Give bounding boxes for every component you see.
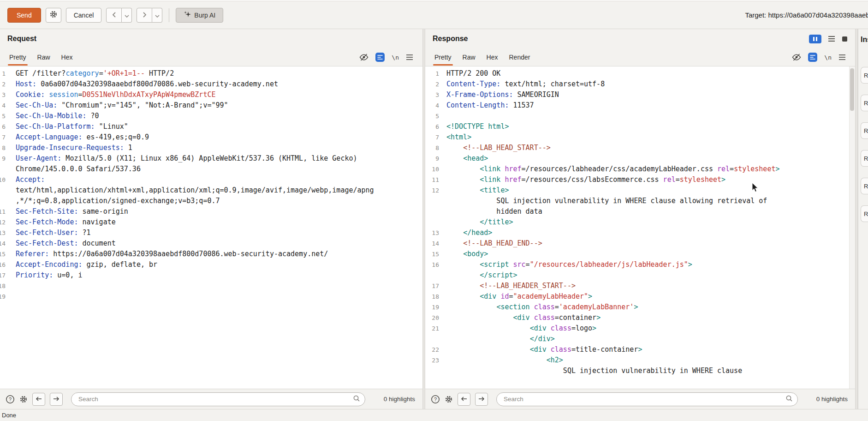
line-number: 1 <box>425 68 439 79</box>
response-tab-hex[interactable]: Hex <box>481 48 504 66</box>
send-button[interactable]: Send <box>7 8 41 23</box>
code-line <box>439 111 446 121</box>
editor-line: 1GET /filter?category='+OR+1=1-- HTTP/2 <box>0 68 422 79</box>
line-number: 20 <box>425 313 439 323</box>
inspector-section-request-attributes[interactable]: Request attributes <box>861 67 868 84</box>
burp-ai-button[interactable]: Burp AI <box>176 8 223 23</box>
next-match-button[interactable] <box>50 393 63 406</box>
code-line: <head> <box>439 153 488 164</box>
search-input[interactable] <box>504 396 785 403</box>
editor-line: hidden data <box>425 206 855 217</box>
line-number: 12 <box>0 217 6 228</box>
menu-icon[interactable] <box>838 54 846 60</box>
request-tab-hex[interactable]: Hex <box>56 48 78 66</box>
line-number: 12 <box>425 185 439 196</box>
inspector-section-request-query-parameters[interactable]: Request query parameters <box>861 95 868 111</box>
status-label: Done <box>2 412 16 419</box>
editor-line: 5Sec-Ch-Ua-Mobile: ?0 <box>0 111 422 121</box>
next-match-button[interactable] <box>475 393 488 406</box>
line-number: 2 <box>0 79 6 90</box>
layout-rows-icon[interactable] <box>828 36 835 42</box>
inspector-section-request-cookies[interactable]: Request cookies <box>861 150 868 167</box>
layout-single-icon[interactable] <box>842 36 848 42</box>
request-tab-pretty[interactable]: Pretty <box>4 48 32 66</box>
code-line <box>6 281 16 291</box>
help-icon[interactable]: ? <box>431 395 440 404</box>
code-line: Sec-Fetch-Site: same-origin <box>6 206 128 217</box>
back-history-dropdown[interactable] <box>122 8 132 23</box>
repeater-toolbar: Send Cancel Burp AI Target: htt <box>0 1 868 29</box>
inspector-section-request-headers[interactable]: Request headers <box>861 178 868 194</box>
response-view-controls <box>809 35 848 43</box>
request-editor[interactable]: 1GET /filter?category='+OR+1=1-- HTTP/22… <box>0 66 422 389</box>
editor-line: text/html,application/xhtml+xml,applicat… <box>0 185 422 196</box>
gear-icon[interactable] <box>445 395 453 403</box>
code-line: X-Frame-Options: SAMEORIGIN <box>439 90 559 100</box>
help-icon[interactable]: ? <box>6 395 15 404</box>
response-tab-pretty[interactable]: Pretty <box>429 48 457 66</box>
code-line: <section class='academyLabBanner'> <box>439 302 638 313</box>
code-line: HTTP/2 200 OK <box>439 68 500 79</box>
code-line: <html> <box>439 132 471 143</box>
pretty-print-icon[interactable] <box>808 53 817 62</box>
line-number: 11 <box>425 174 439 185</box>
menu-icon[interactable] <box>406 54 413 60</box>
code-line: Sec-Fetch-Mode: navigate <box>6 217 116 228</box>
editor-line: </div> <box>425 334 855 344</box>
response-editor[interactable]: 1HTTP/2 200 OK2Content-Type: text/html; … <box>425 66 855 389</box>
gear-icon <box>49 10 58 20</box>
newline-icon[interactable]: \n <box>392 54 399 61</box>
code-line: <div id="academyLabHeader"> <box>439 291 592 302</box>
line-number <box>425 206 439 217</box>
code-line: Content-Type: text/html; charset=utf-8 <box>439 79 605 90</box>
code-line: <!DOCTYPE html> <box>439 121 509 132</box>
editor-line: 10 <link href=/resources/labheader/css/a… <box>425 164 855 174</box>
response-panel: Response PrettyRawHexRender \n 1HTTP/2 2… <box>425 29 855 409</box>
code-line: Sec-Ch-Ua-Platform: "Linux" <box>6 121 128 132</box>
inspector-panel[interactable]: Inspector Request attributesRequest quer… <box>858 29 868 409</box>
pretty-print-icon[interactable] <box>375 53 385 62</box>
cancel-button[interactable]: Cancel <box>66 8 102 23</box>
request-tab-raw[interactable]: Raw <box>32 48 56 66</box>
line-number: 10 <box>425 164 439 174</box>
line-number: 18 <box>0 281 6 291</box>
gear-icon[interactable] <box>19 395 28 403</box>
previous-match-button[interactable] <box>32 393 45 406</box>
eye-off-icon[interactable] <box>792 53 801 61</box>
scrollbar-thumb[interactable] <box>850 68 854 111</box>
line-number: 1 <box>0 68 6 79</box>
forward-button[interactable] <box>137 8 152 23</box>
editor-line: 15Referer: https://0a6a007d04a320398aaeb… <box>0 249 422 259</box>
editor-line: 19 <section class='academyLabBanner'> <box>425 302 855 313</box>
editor-line: 5 <box>425 111 855 121</box>
inspector-section-response-headers[interactable]: Response headers <box>861 205 868 222</box>
settings-button[interactable] <box>46 8 61 23</box>
response-scrollbar[interactable] <box>849 66 855 389</box>
previous-match-button[interactable] <box>458 393 470 406</box>
code-line: Content-Length: 11537 <box>439 100 534 111</box>
editor-line: 12 <title> <box>425 185 855 196</box>
line-number: 8 <box>0 143 6 153</box>
response-tab-render[interactable]: Render <box>504 48 536 66</box>
response-tab-raw[interactable]: Raw <box>457 48 481 66</box>
back-button[interactable] <box>106 8 122 23</box>
inspector-section-request-body-parameters[interactable]: Request body parameters <box>861 122 868 139</box>
eye-off-icon[interactable] <box>359 53 369 61</box>
sparkle-icon <box>184 11 191 19</box>
pause-updates-button[interactable] <box>809 35 821 43</box>
line-number: 6 <box>425 121 439 132</box>
response-panel-title: Response <box>433 35 468 43</box>
search-input[interactable] <box>78 396 353 403</box>
highlights-count: 0 highlights <box>816 396 848 403</box>
code-line: text/html,application/xhtml+xml,applicat… <box>6 185 374 196</box>
code-line: Sec-Fetch-Dest: document <box>6 238 116 249</box>
editor-line: 4Sec-Ch-Ua: "Chromium";v="145", "Not:A-B… <box>0 100 422 111</box>
target-label: Target: https://0a6a007d04a320398aaebd <box>745 11 868 19</box>
line-number <box>425 217 439 228</box>
newline-icon[interactable]: \n <box>824 54 832 61</box>
editor-line: SQL injection vulnerability in WHERE cla… <box>425 366 855 376</box>
forward-history-dropdown[interactable] <box>152 8 162 23</box>
chevron-down-icon <box>125 12 129 19</box>
line-number: 8 <box>425 143 439 153</box>
request-panel-header: Request <box>0 29 422 48</box>
